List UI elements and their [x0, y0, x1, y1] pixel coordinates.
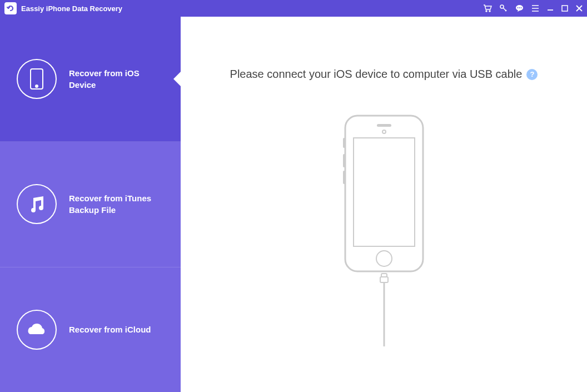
svg-rect-7 [562, 6, 568, 11]
sidebar-item-icloud[interactable]: Recover from iCloud [0, 267, 181, 392]
close-button[interactable] [576, 5, 583, 12]
svg-rect-11 [343, 138, 345, 148]
svg-point-4 [518, 7, 519, 8]
svg-point-1 [489, 11, 490, 12]
svg-point-17 [376, 251, 392, 266]
minimize-button[interactable] [547, 5, 554, 12]
main-panel: Please connect your iOS device to comput… [181, 17, 587, 392]
svg-point-0 [486, 11, 487, 12]
cloud-icon [17, 310, 57, 350]
sidebar-item-label: Recover from iOS Device [69, 67, 158, 91]
sidebar-item-label: Recover from iTunes Backup File [69, 192, 158, 216]
chat-icon[interactable] [515, 4, 524, 12]
maximize-button[interactable] [561, 5, 568, 12]
app-logo [4, 2, 17, 14]
menu-icon[interactable] [531, 5, 539, 12]
svg-rect-19 [381, 274, 387, 277]
svg-rect-14 [377, 124, 391, 127]
prompt-text: Please connect your iOS device to comput… [230, 68, 523, 81]
svg-rect-13 [343, 171, 345, 184]
svg-point-15 [382, 130, 386, 133]
device-illustration [337, 113, 431, 346]
sidebar-item-ios-device[interactable]: Recover from iOS Device [0, 17, 181, 142]
svg-rect-12 [343, 154, 345, 167]
sidebar-item-itunes-backup[interactable]: Recover from iTunes Backup File [0, 142, 181, 267]
svg-rect-10 [345, 116, 423, 271]
svg-rect-16 [354, 138, 415, 246]
svg-point-5 [519, 7, 520, 8]
titlebar: Eassiy iPhone Data Recovery [0, 0, 587, 17]
sidebar: Recover from iOS Device Recover from iTu… [0, 17, 181, 392]
key-icon[interactable] [500, 4, 508, 12]
music-icon [17, 184, 57, 224]
app-title: Eassiy iPhone Data Recovery [21, 4, 483, 13]
svg-point-6 [521, 7, 522, 8]
connect-prompt: Please connect your iOS device to comput… [230, 68, 538, 81]
help-icon[interactable]: ? [526, 69, 538, 80]
svg-rect-18 [380, 277, 388, 282]
cart-icon[interactable] [483, 4, 492, 12]
phone-icon [17, 59, 57, 99]
svg-point-9 [36, 85, 38, 87]
sidebar-item-label: Recover from iCloud [69, 324, 151, 335]
